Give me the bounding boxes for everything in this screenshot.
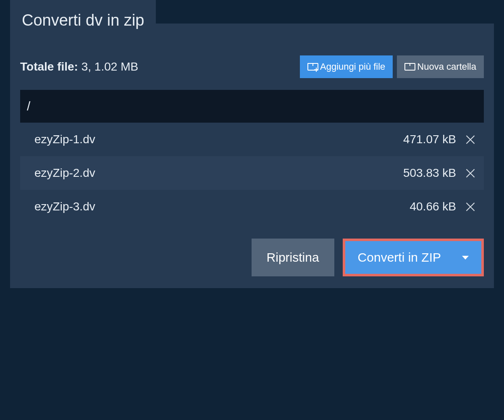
file-name: ezyZip-1.dv [34,133,403,146]
file-size: 40.66 kB [410,200,456,213]
folder-plus-icon [307,63,317,71]
file-size: 503.83 kB [403,166,456,180]
file-name: ezyZip-3.dv [34,200,410,213]
file-totals: Totale file: 3, 1.02 MB [20,60,138,74]
add-files-button[interactable]: Aggiungi più file [300,55,393,78]
file-row: ezyZip-3.dv 40.66 kB [20,190,484,223]
tab-title: Converti dv in zip [22,11,144,29]
totals-label: Totale file: [20,60,78,73]
header-buttons: Aggiungi più file Nuova cartella [300,55,484,78]
file-size: 471.07 kB [403,133,456,146]
header-row: Totale file: 3, 1.02 MB Aggiungi più fil… [10,47,494,78]
new-folder-button[interactable]: Nuova cartella [397,55,484,78]
path-bar[interactable]: / [20,90,484,123]
current-path: / [27,99,30,113]
totals-value: 3, 1.02 MB [81,60,138,73]
convert-label: Converti in ZIP [358,250,441,265]
file-name: ezyZip-2.dv [34,166,403,180]
convert-button[interactable]: Converti in ZIP [345,241,481,274]
add-files-label: Aggiungi più file [320,61,385,72]
chevron-down-icon [462,256,469,260]
converter-panel: Converti dv in zip Totale file: 3, 1.02 … [10,24,494,288]
remove-file-icon[interactable] [465,202,475,212]
new-folder-label: Nuova cartella [417,61,476,72]
convert-highlight: Converti in ZIP [343,239,484,276]
remove-file-icon[interactable] [465,134,475,144]
footer-actions: Ripristina Converti in ZIP [10,223,494,276]
file-row: ezyZip-1.dv 471.07 kB [20,123,484,156]
file-list: / ezyZip-1.dv 471.07 kB ezyZip-2.dv 503.… [20,90,484,223]
reset-button[interactable]: Ripristina [252,239,334,276]
remove-file-icon[interactable] [465,168,475,178]
file-row: ezyZip-2.dv 503.83 kB [20,156,484,190]
tab-convert-dv-zip[interactable]: Converti dv in zip [10,0,156,40]
folder-icon [404,63,414,71]
reset-label: Ripristina [267,250,319,265]
